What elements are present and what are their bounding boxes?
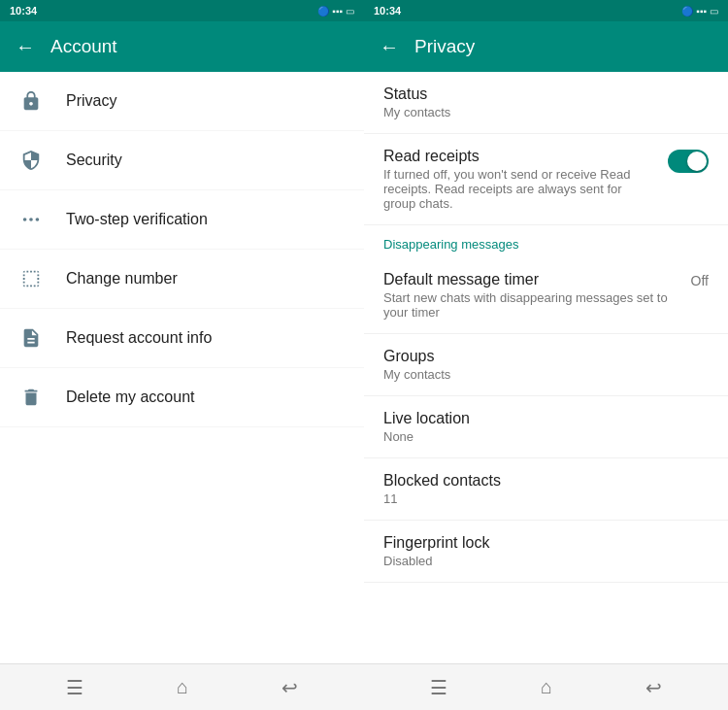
privacy-time: 10:34 bbox=[374, 5, 401, 17]
wifi-icon: 🔵 bbox=[317, 6, 329, 17]
svg-point-0 bbox=[23, 218, 27, 221]
account-time: 10:34 bbox=[10, 5, 37, 17]
privacy-item-read-receipts[interactable]: Read receipts If turned off, you won't s… bbox=[364, 134, 728, 225]
privacy-list: Status My contacts Read receipts If turn… bbox=[364, 72, 728, 663]
fingerprint-lock-status: Disabled bbox=[383, 554, 709, 568]
privacy-wifi-icon: 🔵 bbox=[681, 6, 693, 17]
account-app-bar: ← Account bbox=[0, 21, 364, 72]
toggle-knob bbox=[687, 152, 707, 171]
read-receipts-toggle[interactable] bbox=[668, 150, 709, 173]
menu-item-change-number[interactable]: Change number bbox=[0, 250, 364, 309]
change-number-label: Change number bbox=[66, 270, 178, 287]
security-label: Security bbox=[66, 152, 122, 169]
privacy-back-button[interactable]: ← bbox=[380, 36, 399, 58]
privacy-status-icons: 🔵 ▪▪▪ ▭ bbox=[681, 6, 718, 17]
privacy-item-default-timer[interactable]: Default message timer Start new chats wi… bbox=[364, 257, 728, 334]
account-title: Account bbox=[50, 36, 117, 57]
default-timer-content: Default message timer Start new chats wi… bbox=[383, 271, 691, 320]
privacy-label: Privacy bbox=[66, 92, 116, 110]
nav-back-icon[interactable]: ↩ bbox=[281, 676, 298, 699]
change-number-icon bbox=[16, 263, 47, 294]
privacy-item-status[interactable]: Status My contacts bbox=[364, 72, 728, 134]
delete-account-label: Delete my account bbox=[66, 389, 195, 406]
privacy-item-fingerprint-lock[interactable]: Fingerprint lock Disabled bbox=[364, 521, 728, 583]
menu-item-security[interactable]: Security bbox=[0, 131, 364, 190]
groups-label: Groups bbox=[383, 348, 709, 365]
read-receipts-label: Read receipts bbox=[383, 148, 656, 165]
privacy-nav-menu-icon[interactable]: ☰ bbox=[430, 676, 447, 699]
privacy-title: Privacy bbox=[414, 36, 475, 57]
nav-menu-icon[interactable]: ☰ bbox=[66, 676, 83, 699]
privacy-item-groups[interactable]: Groups My contacts bbox=[364, 334, 728, 396]
privacy-app-bar: ← Privacy bbox=[364, 21, 728, 72]
nav-home-icon[interactable]: ⌂ bbox=[177, 676, 188, 698]
two-step-label: Two-step verification bbox=[66, 211, 208, 228]
account-screen: 10:34 🔵 ▪▪▪ ▭ ← Account Privacy bbox=[0, 0, 364, 710]
battery-icon: ▭ bbox=[346, 6, 354, 17]
privacy-nav-home-icon[interactable]: ⌂ bbox=[541, 676, 552, 698]
status-value: My contacts bbox=[383, 105, 709, 119]
svg-point-2 bbox=[36, 218, 40, 221]
signal-bars: ▪▪▪ bbox=[332, 6, 343, 17]
privacy-item-blocked-contacts[interactable]: Blocked contacts 11 bbox=[364, 458, 728, 521]
fingerprint-lock-label: Fingerprint lock bbox=[383, 534, 709, 552]
account-status-bar: 10:34 🔵 ▪▪▪ ▭ bbox=[0, 0, 364, 21]
privacy-item-live-location[interactable]: Live location None bbox=[364, 396, 728, 458]
menu-item-request-info[interactable]: Request account info bbox=[0, 309, 364, 368]
menu-item-privacy[interactable]: Privacy bbox=[0, 72, 364, 131]
account-bottom-nav: ☰ ⌂ ↩ bbox=[0, 663, 364, 710]
disappearing-messages-section-label: Disappearing messages bbox=[364, 225, 728, 257]
svg-point-1 bbox=[29, 218, 33, 221]
privacy-screen: 10:34 🔵 ▪▪▪ ▭ ← Privacy Status My contac… bbox=[364, 0, 728, 710]
two-step-icon bbox=[16, 204, 47, 235]
account-status-icons: 🔵 ▪▪▪ ▭ bbox=[317, 6, 354, 17]
blocked-contacts-count: 11 bbox=[383, 491, 709, 506]
groups-value: My contacts bbox=[383, 367, 709, 382]
privacy-nav-back-icon[interactable]: ↩ bbox=[645, 676, 662, 699]
live-location-value: None bbox=[383, 429, 709, 444]
request-info-label: Request account info bbox=[66, 329, 212, 347]
account-back-button[interactable]: ← bbox=[16, 36, 35, 58]
default-timer-description: Start new chats with disappearing messag… bbox=[383, 290, 691, 320]
privacy-battery-icon: ▭ bbox=[710, 6, 718, 17]
account-menu-list: Privacy Security Two-step verification bbox=[0, 72, 364, 663]
security-icon bbox=[16, 145, 47, 176]
status-label: Status bbox=[383, 85, 709, 103]
request-info-icon bbox=[16, 322, 47, 354]
privacy-icon bbox=[16, 85, 47, 117]
read-receipts-content: Read receipts If turned off, you won't s… bbox=[383, 148, 656, 211]
menu-item-two-step[interactable]: Two-step verification bbox=[0, 190, 364, 250]
live-location-label: Live location bbox=[383, 410, 709, 427]
blocked-contacts-label: Blocked contacts bbox=[383, 472, 709, 490]
privacy-signal: ▪▪▪ bbox=[696, 6, 707, 17]
privacy-bottom-nav: ☰ ⌂ ↩ bbox=[364, 663, 728, 710]
menu-item-delete-account[interactable]: Delete my account bbox=[0, 368, 364, 427]
default-timer-label: Default message timer bbox=[383, 271, 691, 288]
privacy-status-bar: 10:34 🔵 ▪▪▪ ▭ bbox=[364, 0, 728, 21]
delete-account-icon bbox=[16, 382, 47, 413]
read-receipts-description: If turned off, you won't send or receive… bbox=[383, 167, 656, 211]
default-timer-value: Off bbox=[691, 273, 709, 288]
